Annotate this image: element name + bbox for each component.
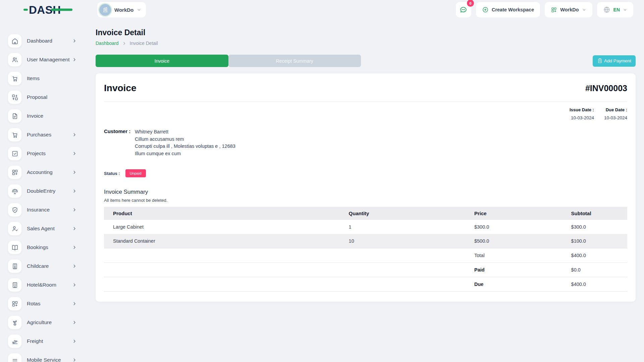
sidebar-item[interactable]: DoubleEntry bbox=[8, 182, 77, 200]
globe-icon bbox=[603, 6, 610, 13]
grid-plus-icon bbox=[551, 7, 557, 13]
sidebar-item[interactable]: Projects bbox=[8, 144, 77, 163]
sidebar-item-label: Accounting bbox=[27, 169, 53, 175]
chevron-right-icon bbox=[72, 245, 77, 250]
sidebar-item-icon bbox=[8, 316, 21, 329]
customer-block: Customer : Whitney Barrett Cillum accusa… bbox=[104, 128, 627, 157]
chevron-right-icon bbox=[72, 320, 77, 325]
totals-label: Due bbox=[470, 277, 567, 292]
invoice-dates: Issue Date : 10-03-2024 Due Date : 10-03… bbox=[104, 107, 627, 120]
sidebar-item-label: User Management bbox=[27, 57, 70, 63]
workdo-menu-button[interactable]: WorkDo bbox=[545, 2, 592, 17]
sidebar-item[interactable]: Freight bbox=[8, 332, 77, 351]
breadcrumb-dashboard-link[interactable]: Dashboard bbox=[96, 41, 119, 46]
status-row: Status : Unpaid bbox=[104, 169, 627, 177]
sidebar-item[interactable]: Agriculture bbox=[8, 313, 77, 332]
customer-address-line: Corrupti culpa ill , Molestias voluptas … bbox=[135, 143, 235, 150]
table-row: Standard Container 10 $500.0 $100.0 bbox=[104, 234, 627, 248]
customer-address-line: Whitney Barrett bbox=[135, 128, 235, 136]
plus-circle-icon bbox=[482, 6, 489, 13]
sidebar-item[interactable]: Sales Agent bbox=[8, 219, 77, 238]
sidebar-item[interactable]: Mobile Service bbox=[8, 351, 77, 362]
sidebar-item[interactable]: Insurance bbox=[8, 200, 77, 219]
chevron-right-icon bbox=[72, 207, 77, 212]
breadcrumb: Dashboard Invoice Detail bbox=[96, 41, 636, 46]
sidebar-item-label: Insurance bbox=[27, 207, 50, 213]
chevron-right-icon bbox=[72, 151, 77, 156]
workspace-selector[interactable]: WorkDo bbox=[97, 2, 146, 17]
sidebar-item-label: Bookings bbox=[27, 244, 48, 250]
cell-subtotal: $300.0 bbox=[567, 220, 627, 234]
cell-product: Standard Container bbox=[104, 234, 345, 248]
table-header-row: Product Quantity Price Subtotal bbox=[104, 207, 627, 220]
chevron-right-icon bbox=[72, 264, 77, 268]
chevron-right-icon bbox=[72, 226, 77, 231]
sidebar-item[interactable]: User Management bbox=[8, 50, 77, 69]
issue-date-label: Issue Date : bbox=[570, 107, 594, 112]
breadcrumb-separator-icon bbox=[122, 41, 126, 46]
add-payment-button[interactable]: Add Payment bbox=[593, 55, 636, 67]
logo-bar-accent bbox=[51, 9, 72, 11]
brand-logo[interactable]: DASH bbox=[0, 4, 82, 15]
sidebar-item[interactable]: Bookings bbox=[8, 238, 77, 257]
chevron-right-icon bbox=[72, 132, 77, 137]
sidebar-item-label: Purchases bbox=[27, 132, 51, 138]
language-code: EN bbox=[613, 7, 620, 12]
create-workspace-button[interactable]: Create Workspace bbox=[476, 2, 540, 17]
workspace-name: WorkDo bbox=[114, 7, 133, 13]
sidebar-item[interactable]: Accounting bbox=[8, 163, 77, 182]
status-label: Status : bbox=[104, 171, 120, 176]
sidebar-item-icon bbox=[8, 53, 21, 66]
cell-product: Large Cabinet bbox=[104, 220, 345, 234]
sidebar-item-label: Dashboard bbox=[27, 38, 52, 44]
sidebar-item-icon bbox=[8, 72, 21, 85]
sidebar-item[interactable]: Purchases bbox=[8, 125, 77, 144]
status-badge: Unpaid bbox=[125, 169, 146, 177]
sidebar-item[interactable]: Dashboard bbox=[8, 32, 77, 50]
sidebar-item-label: DoubleEntry bbox=[27, 188, 55, 194]
cell-quantity: 1 bbox=[345, 220, 470, 234]
language-selector[interactable]: EN bbox=[597, 2, 633, 17]
divider bbox=[104, 102, 627, 102]
sidebar-item-icon bbox=[8, 34, 21, 48]
totals-spacer bbox=[104, 277, 470, 292]
page-title: Invoice Detail bbox=[96, 28, 636, 37]
chevron-down-icon bbox=[582, 8, 586, 12]
sidebar-item-label: Projects bbox=[27, 150, 46, 157]
sidebar-item-icon bbox=[8, 297, 21, 310]
sidebar-item-icon bbox=[8, 128, 21, 141]
col-header-subtotal: Subtotal bbox=[567, 207, 627, 220]
sidebar-item-icon bbox=[8, 203, 21, 217]
totals-spacer bbox=[104, 248, 470, 263]
sidebar-item[interactable]: Items bbox=[8, 69, 77, 88]
sidebar-item-icon bbox=[8, 222, 21, 235]
sidebar-item-icon bbox=[8, 353, 21, 362]
sidebar-item-icon bbox=[8, 90, 21, 104]
invoice-summary-title: Invoice Summary bbox=[104, 189, 627, 195]
col-header-product: Product bbox=[104, 207, 345, 220]
cell-price: $500.0 bbox=[470, 234, 567, 248]
col-header-price: Price bbox=[470, 207, 567, 220]
sidebar-item[interactable]: Childcare bbox=[8, 257, 77, 276]
tab[interactable]: Receipt Summary bbox=[228, 55, 361, 67]
chevron-right-icon bbox=[72, 39, 77, 43]
sidebar-item[interactable]: Hotel&Room bbox=[8, 276, 77, 294]
workdo-menu-label: WorkDo bbox=[560, 7, 579, 12]
sidebar-item[interactable]: Proposal bbox=[8, 88, 77, 107]
totals-label: Total bbox=[470, 248, 567, 263]
totals-spacer bbox=[104, 263, 470, 277]
tab[interactable]: Invoice bbox=[96, 55, 228, 67]
cell-price: $300.0 bbox=[470, 220, 567, 234]
sidebar-item[interactable]: Rotas bbox=[8, 294, 77, 313]
totals-value: $400.0 bbox=[567, 248, 627, 263]
sidebar-item-label: Agriculture bbox=[27, 319, 52, 325]
issue-date-value: 10-03-2024 bbox=[570, 115, 594, 120]
sidebar-item-label: Hotel&Room bbox=[27, 282, 56, 288]
sidebar-item-label: Items bbox=[27, 75, 40, 81]
sidebar-item[interactable]: Invoice bbox=[8, 107, 77, 125]
messages-button[interactable]: 0 bbox=[456, 2, 471, 17]
chevron-right-icon bbox=[72, 283, 77, 287]
totals-value: $0.0 bbox=[567, 263, 627, 277]
sidebar-item-label: Proposal bbox=[27, 94, 47, 100]
top-header: DASH WorkDo 0 Create Workspace WorkDo EN bbox=[0, 0, 644, 19]
